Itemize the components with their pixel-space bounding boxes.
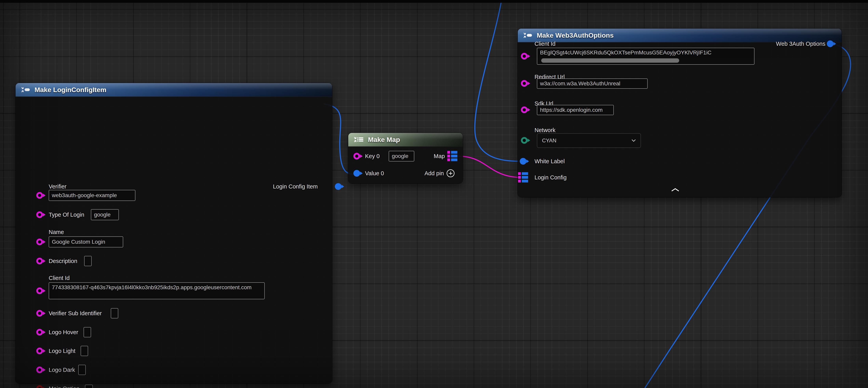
redirect-url-input[interactable]: w3a://com.w3a.Web3AuthUnreal xyxy=(537,79,648,89)
pin-network[interactable] xyxy=(521,137,528,144)
logo-light-input[interactable] xyxy=(81,346,88,356)
collapse-node-button[interactable] xyxy=(671,188,680,192)
pin-label-key-0: Key 0 xyxy=(365,153,380,159)
output-pin-label: Login Config Item xyxy=(273,183,318,190)
pin-client-id[interactable] xyxy=(36,288,43,294)
textbox-scrollbar[interactable] xyxy=(541,58,679,63)
pin-key-0[interactable] xyxy=(353,153,360,159)
pin-main-option[interactable] xyxy=(36,385,43,388)
pin-web3auth-options-output[interactable] xyxy=(827,40,834,47)
node-make-loginconfigitem[interactable]: Make LoginConfigItem Login Config Item V… xyxy=(16,83,332,384)
main-option-checkbox[interactable] xyxy=(85,385,93,388)
pin-logo-hover[interactable] xyxy=(36,329,43,335)
make-struct-icon xyxy=(21,86,31,93)
sdk-url-input[interactable]: https://sdk.openlogin.com xyxy=(537,105,614,115)
type-of-login-input[interactable]: google xyxy=(91,209,119,220)
pin-redirect-url[interactable] xyxy=(521,80,528,87)
node-header-make-loginconfigitem[interactable]: Make LoginConfigItem xyxy=(16,83,332,97)
pin-description[interactable] xyxy=(36,258,43,264)
pin-label-logo-dark: Logo Dark xyxy=(49,367,75,373)
name-input[interactable]: Google Custom Login xyxy=(49,236,123,247)
pin-value-0[interactable] xyxy=(353,170,360,177)
verifier-input[interactable]: web3auth-google-example xyxy=(49,190,135,201)
pin-label-logo-light: Logo Light xyxy=(49,348,75,354)
pin-verifier-sub-identifier[interactable] xyxy=(36,310,43,317)
pin-label-network: Network xyxy=(534,127,555,133)
pin-sdk-url[interactable] xyxy=(521,107,528,113)
pin-label-client-id: Client Id xyxy=(534,40,555,47)
logo-dark-input[interactable] xyxy=(78,365,86,375)
add-pin-label: Add pin xyxy=(425,170,444,177)
pin-label-value-0: Value 0 xyxy=(365,170,384,177)
add-pin-button[interactable] xyxy=(446,169,455,177)
network-dropdown[interactable]: CYAN xyxy=(537,133,641,148)
pin-label-logo-hover: Logo Hover xyxy=(49,329,78,335)
pin-name[interactable] xyxy=(36,239,43,245)
node-header-make-map[interactable]: Make Map xyxy=(348,133,463,147)
pin-label-verifier-sub-identifier: Verifier Sub Identifier xyxy=(49,310,102,317)
node-title: Make Map xyxy=(368,136,400,144)
make-struct-icon xyxy=(523,32,533,39)
blueprint-graph-canvas[interactable]: Make LoginConfigItem Login Config Item V… xyxy=(0,0,868,388)
network-selected-value: CYAN xyxy=(542,138,556,144)
node-header-make-web3authoptions[interactable]: Make Web3AuthOptions xyxy=(518,29,842,42)
pin-map-output[interactable] xyxy=(447,151,458,161)
pin-label-verifier: Verifier xyxy=(49,183,66,190)
make-map-icon xyxy=(353,136,365,143)
pin-login-config[interactable] xyxy=(518,172,528,183)
pin-label-name: Name xyxy=(49,229,64,235)
node-make-map[interactable]: Make Map Key 0 google Value 0 Map Add pi… xyxy=(348,133,463,183)
pin-logo-light[interactable] xyxy=(36,348,43,354)
description-input[interactable] xyxy=(84,256,92,266)
pin-verifier[interactable] xyxy=(36,192,43,199)
node-make-web3authoptions[interactable]: Make Web3AuthOptions Web 3Auth Options C… xyxy=(518,29,842,197)
key-0-input[interactable]: google xyxy=(389,151,414,161)
wire-offscreen-to-whitelabel[interactable] xyxy=(475,0,522,161)
pin-login-config-item-output[interactable] xyxy=(335,183,342,190)
node-title: Make Web3AuthOptions xyxy=(537,32,614,39)
pin-type-of-login[interactable] xyxy=(36,211,43,218)
viewport-top-edge xyxy=(0,0,868,3)
pin-label-white-label: White Label xyxy=(534,158,565,165)
pin-label-map-output: Map xyxy=(434,153,445,159)
pin-label-main-option: Main Option xyxy=(49,385,80,388)
pin-label-client-id: Client Id xyxy=(49,275,69,281)
verifier-sub-identifier-input[interactable] xyxy=(111,308,118,319)
logo-hover-input[interactable] xyxy=(84,327,91,337)
chevron-up-icon xyxy=(671,188,680,192)
wire-map-to-loginconfig[interactable] xyxy=(458,156,522,177)
pin-logo-dark[interactable] xyxy=(36,366,43,373)
chevron-down-icon xyxy=(631,139,636,142)
output-pin-label: Web 3Auth Options xyxy=(776,40,826,47)
pin-client-id[interactable] xyxy=(521,53,528,60)
pin-label-type-of-login: Type Of Login xyxy=(49,212,84,218)
pin-label-login-config: Login Config xyxy=(534,174,567,181)
pin-label-description: Description xyxy=(49,258,77,264)
node-title: Make LoginConfigItem xyxy=(34,86,106,94)
client-id-input[interactable]: 774338308167-q463s7kpvja16l4l0kko3nb925i… xyxy=(49,282,265,299)
pin-white-label[interactable] xyxy=(520,158,526,165)
